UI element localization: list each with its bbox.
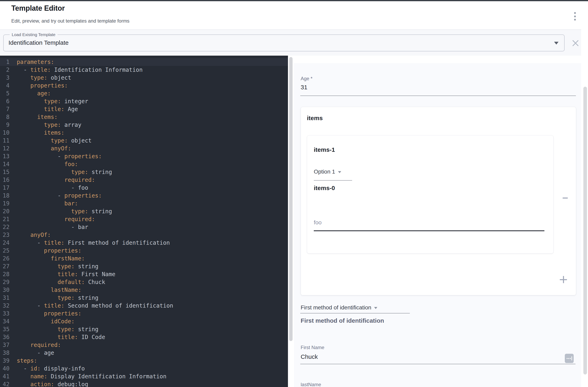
editor-line[interactable]: 37 required: <box>0 341 288 349</box>
editor-line[interactable]: 29 default: Chuck <box>0 278 288 286</box>
editor-line[interactable]: 20 type: string <box>0 207 288 215</box>
code-text: title: Age <box>17 105 78 113</box>
line-number: 5 <box>0 90 9 97</box>
code-text: required: <box>17 215 95 223</box>
code-text: title: First Name <box>17 270 115 278</box>
editor-line[interactable]: 12 anyOf: <box>0 145 288 152</box>
editor-line[interactable]: 16 required: <box>0 176 288 184</box>
items-1-title: items-1 <box>314 146 335 153</box>
editor-line[interactable]: 36 title: ID Code <box>0 333 288 341</box>
foo-input-underline <box>314 230 545 231</box>
template-editor-app: Template Editor Edit, preview, and try o… <box>0 0 588 387</box>
load-template-select[interactable]: Load Existing Template Identification Te… <box>3 35 565 51</box>
code-text: bar: <box>17 199 78 207</box>
code-text: lastName: <box>17 286 81 294</box>
line-number: 21 <box>0 215 9 223</box>
yaml-code-editor[interactable]: 1parameters:2 - title: Identification In… <box>0 56 288 387</box>
first-name-input[interactable]: Chuck <box>301 353 318 360</box>
page-title: Template Editor <box>11 4 65 13</box>
line-number: 24 <box>0 239 9 247</box>
page-scrollbar-thumb[interactable] <box>583 87 587 374</box>
editor-line[interactable]: 24 - title: First method of identificati… <box>0 239 288 247</box>
line-number: 35 <box>0 325 9 333</box>
editor-line[interactable]: 28 title: First Name <box>0 270 288 278</box>
variant-select-value: Option 1 <box>314 169 335 175</box>
editor-line[interactable]: 27 type: string <box>0 262 288 270</box>
page-subtitle: Edit, preview, and try out templates and… <box>11 18 129 24</box>
editor-line[interactable]: 32 - title: Second method of identificat… <box>0 302 288 310</box>
line-number: 10 <box>0 129 9 137</box>
code-text: required: <box>17 341 61 349</box>
editor-line[interactable]: 10 items: <box>0 129 288 137</box>
editor-line[interactable]: 26 firstName: <box>0 254 288 262</box>
editor-line[interactable]: 19 bar: <box>0 199 288 207</box>
editor-line[interactable]: 9 type: array <box>0 121 288 129</box>
editor-line[interactable]: 6 type: integer <box>0 97 288 105</box>
editor-line[interactable]: 13 - properties: <box>0 152 288 160</box>
caret-down-icon <box>338 171 341 173</box>
editor-line[interactable]: 21 required: <box>0 215 288 223</box>
code-text: items: <box>17 129 64 137</box>
caret-down-icon <box>554 42 559 44</box>
form-preview-pane: Age * 31 items items-1 Option 1 items-0 … <box>294 56 581 387</box>
line-number: 13 <box>0 152 9 160</box>
items-1-card: items-1 Option 1 items-0 foo <box>307 135 553 253</box>
editor-line[interactable]: 42 action: debug:log <box>0 380 288 387</box>
age-input[interactable]: 31 <box>301 84 307 91</box>
editor-line[interactable]: 34 idCode: <box>0 317 288 325</box>
editor-scrollbar[interactable] <box>289 57 293 341</box>
editor-line[interactable]: 8 items: <box>0 113 288 121</box>
editor-line[interactable]: 3 type: object <box>0 74 288 82</box>
line-number: 42 <box>0 380 9 387</box>
code-text: - bar <box>17 223 88 231</box>
editor-line[interactable]: 41 name: Display Identification Informat… <box>0 372 288 380</box>
editor-line[interactable]: 31 type: string <box>0 294 288 302</box>
variant-select[interactable]: Option 1 <box>314 169 341 175</box>
line-number: 14 <box>0 160 9 168</box>
line-number: 15 <box>0 168 9 176</box>
code-text: firstName: <box>17 254 85 262</box>
line-number: 41 <box>0 372 9 380</box>
code-text: action: debug:log <box>17 380 88 387</box>
code-text: - properties: <box>17 192 102 199</box>
editor-line[interactable]: 15 type: string <box>0 168 288 176</box>
editor-line[interactable]: 7 title: Age <box>0 105 288 113</box>
editor-line[interactable]: 2 - title: Identification Information <box>0 66 288 74</box>
remove-item-button[interactable] <box>560 193 570 203</box>
line-number: 11 <box>0 137 9 145</box>
add-item-button[interactable] <box>559 275 568 284</box>
editor-line[interactable]: 5 age: <box>0 90 288 97</box>
editor-line[interactable]: 33 properties: <box>0 310 288 317</box>
editor-line[interactable]: 17 - foo <box>0 184 288 192</box>
method-section-heading: First method of identification <box>301 317 384 324</box>
editor-line[interactable]: 18 - properties: <box>0 192 288 199</box>
editor-line[interactable]: 4 properties: <box>0 82 288 90</box>
clear-template-icon[interactable] <box>571 39 580 47</box>
editor-line[interactable]: 40 - id: display-info <box>0 365 288 372</box>
line-number: 22 <box>0 223 9 231</box>
editor-line[interactable]: 39steps: <box>0 357 288 365</box>
editor-line[interactable]: 25 properties: <box>0 247 288 254</box>
code-text: properties: <box>17 310 81 317</box>
editor-line[interactable]: 14 foo: <box>0 160 288 168</box>
kebab-menu-icon[interactable] <box>572 12 578 21</box>
foo-input-placeholder[interactable]: foo <box>314 219 322 226</box>
last-name-label: lastName <box>301 382 321 387</box>
editor-line[interactable]: 38 - age <box>0 349 288 357</box>
page-scrollbar-track[interactable] <box>581 1 588 387</box>
editor-line[interactable]: 35 type: string <box>0 325 288 333</box>
editor-line[interactable]: 22 - bar <box>0 223 288 231</box>
identification-method-select[interactable]: First method of identification <box>301 304 377 311</box>
editor-line[interactable]: 1parameters: <box>0 58 288 66</box>
editor-line[interactable]: 23 anyOf: <box>0 231 288 239</box>
autofill-icon[interactable] <box>565 354 574 363</box>
line-number: 28 <box>0 270 9 278</box>
code-text: - foo <box>17 184 88 192</box>
code-text: - properties: <box>17 152 102 160</box>
code-text: type: string <box>17 168 112 176</box>
items-0-title: items-0 <box>314 185 335 192</box>
editor-line[interactable]: 30 lastName: <box>0 286 288 294</box>
editor-line[interactable]: 11 type: object <box>0 137 288 145</box>
code-text: properties: <box>17 82 68 90</box>
line-number: 16 <box>0 176 9 184</box>
